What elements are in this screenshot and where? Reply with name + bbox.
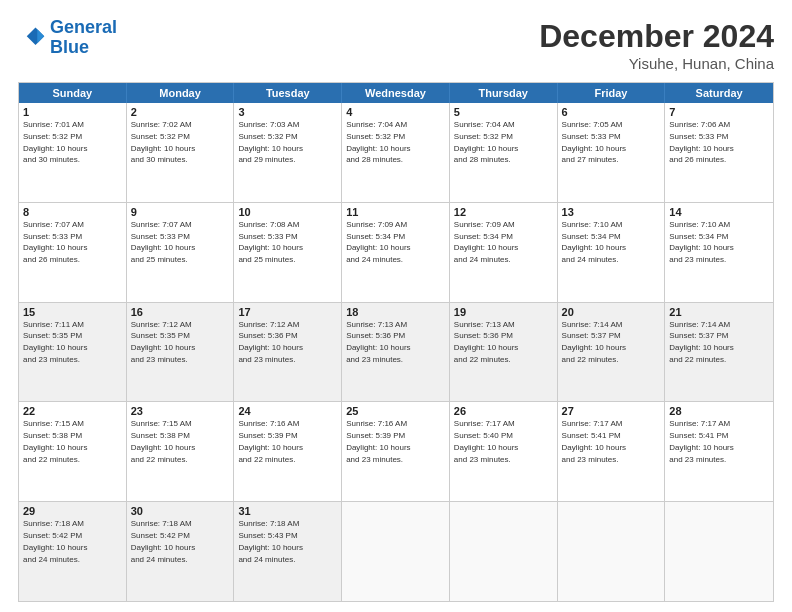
cal-cell-w0-6: 7Sunrise: 7:06 AMSunset: 5:33 PMDaylight…: [665, 103, 773, 202]
header-saturday: Saturday: [665, 83, 773, 103]
cal-cell-w2-3: 18Sunrise: 7:13 AMSunset: 5:36 PMDayligh…: [342, 303, 450, 402]
cal-cell-w1-0: 8Sunrise: 7:07 AMSunset: 5:33 PMDaylight…: [19, 203, 127, 302]
logo-icon: [18, 24, 46, 52]
cal-cell-w3-0: 22Sunrise: 7:15 AMSunset: 5:38 PMDayligh…: [19, 402, 127, 501]
cal-cell-w2-1: 16Sunrise: 7:12 AMSunset: 5:35 PMDayligh…: [127, 303, 235, 402]
cal-cell-w4-1: 30Sunrise: 7:18 AMSunset: 5:42 PMDayligh…: [127, 502, 235, 601]
cal-cell-w1-6: 14Sunrise: 7:10 AMSunset: 5:34 PMDayligh…: [665, 203, 773, 302]
cal-cell-w3-3: 25Sunrise: 7:16 AMSunset: 5:39 PMDayligh…: [342, 402, 450, 501]
week-row-3: 22Sunrise: 7:15 AMSunset: 5:38 PMDayligh…: [19, 401, 773, 501]
cal-cell-w0-1: 2Sunrise: 7:02 AMSunset: 5:32 PMDaylight…: [127, 103, 235, 202]
cal-cell-w2-2: 17Sunrise: 7:12 AMSunset: 5:36 PMDayligh…: [234, 303, 342, 402]
calendar-body: 1Sunrise: 7:01 AMSunset: 5:32 PMDaylight…: [19, 103, 773, 601]
cal-cell-w4-3: [342, 502, 450, 601]
cal-cell-w3-1: 23Sunrise: 7:15 AMSunset: 5:38 PMDayligh…: [127, 402, 235, 501]
cal-cell-w2-4: 19Sunrise: 7:13 AMSunset: 5:36 PMDayligh…: [450, 303, 558, 402]
cal-cell-w3-2: 24Sunrise: 7:16 AMSunset: 5:39 PMDayligh…: [234, 402, 342, 501]
cal-cell-w4-4: [450, 502, 558, 601]
cal-cell-w1-4: 12Sunrise: 7:09 AMSunset: 5:34 PMDayligh…: [450, 203, 558, 302]
subtitle: Yisuhe, Hunan, China: [539, 55, 774, 72]
header: General Blue December 2024 Yisuhe, Hunan…: [18, 18, 774, 72]
cal-cell-w4-2: 31Sunrise: 7:18 AMSunset: 5:43 PMDayligh…: [234, 502, 342, 601]
logo: General Blue: [18, 18, 117, 58]
main-title: December 2024: [539, 18, 774, 55]
cal-cell-w3-6: 28Sunrise: 7:17 AMSunset: 5:41 PMDayligh…: [665, 402, 773, 501]
cal-cell-w1-1: 9Sunrise: 7:07 AMSunset: 5:33 PMDaylight…: [127, 203, 235, 302]
cal-cell-w0-5: 6Sunrise: 7:05 AMSunset: 5:33 PMDaylight…: [558, 103, 666, 202]
week-row-4: 29Sunrise: 7:18 AMSunset: 5:42 PMDayligh…: [19, 501, 773, 601]
cal-cell-w1-5: 13Sunrise: 7:10 AMSunset: 5:34 PMDayligh…: [558, 203, 666, 302]
header-friday: Friday: [558, 83, 666, 103]
cal-cell-w3-5: 27Sunrise: 7:17 AMSunset: 5:41 PMDayligh…: [558, 402, 666, 501]
cal-cell-w2-6: 21Sunrise: 7:14 AMSunset: 5:37 PMDayligh…: [665, 303, 773, 402]
header-monday: Monday: [127, 83, 235, 103]
logo-line2: Blue: [50, 37, 89, 57]
cal-cell-w3-4: 26Sunrise: 7:17 AMSunset: 5:40 PMDayligh…: [450, 402, 558, 501]
cal-cell-w1-3: 11Sunrise: 7:09 AMSunset: 5:34 PMDayligh…: [342, 203, 450, 302]
cal-cell-w0-4: 5Sunrise: 7:04 AMSunset: 5:32 PMDaylight…: [450, 103, 558, 202]
cal-cell-w4-5: [558, 502, 666, 601]
svg-marker-1: [37, 29, 44, 43]
page: General Blue December 2024 Yisuhe, Hunan…: [0, 0, 792, 612]
cal-cell-w0-2: 3Sunrise: 7:03 AMSunset: 5:32 PMDaylight…: [234, 103, 342, 202]
header-tuesday: Tuesday: [234, 83, 342, 103]
logo-line1: General: [50, 17, 117, 37]
cal-cell-w0-3: 4Sunrise: 7:04 AMSunset: 5:32 PMDaylight…: [342, 103, 450, 202]
header-wednesday: Wednesday: [342, 83, 450, 103]
cal-cell-1: 1Sunrise: 7:01 AMSunset: 5:32 PMDaylight…: [19, 103, 127, 202]
header-sunday: Sunday: [19, 83, 127, 103]
cal-cell-w2-5: 20Sunrise: 7:14 AMSunset: 5:37 PMDayligh…: [558, 303, 666, 402]
cal-cell-w4-6: [665, 502, 773, 601]
calendar-header: Sunday Monday Tuesday Wednesday Thursday…: [19, 83, 773, 103]
cal-cell-w2-0: 15Sunrise: 7:11 AMSunset: 5:35 PMDayligh…: [19, 303, 127, 402]
calendar: Sunday Monday Tuesday Wednesday Thursday…: [18, 82, 774, 602]
logo-text: General Blue: [50, 18, 117, 58]
week-row-1: 8Sunrise: 7:07 AMSunset: 5:33 PMDaylight…: [19, 202, 773, 302]
week-row-0: 1Sunrise: 7:01 AMSunset: 5:32 PMDaylight…: [19, 103, 773, 202]
week-row-2: 15Sunrise: 7:11 AMSunset: 5:35 PMDayligh…: [19, 302, 773, 402]
header-thursday: Thursday: [450, 83, 558, 103]
title-block: December 2024 Yisuhe, Hunan, China: [539, 18, 774, 72]
cal-cell-w4-0: 29Sunrise: 7:18 AMSunset: 5:42 PMDayligh…: [19, 502, 127, 601]
cal-cell-w1-2: 10Sunrise: 7:08 AMSunset: 5:33 PMDayligh…: [234, 203, 342, 302]
